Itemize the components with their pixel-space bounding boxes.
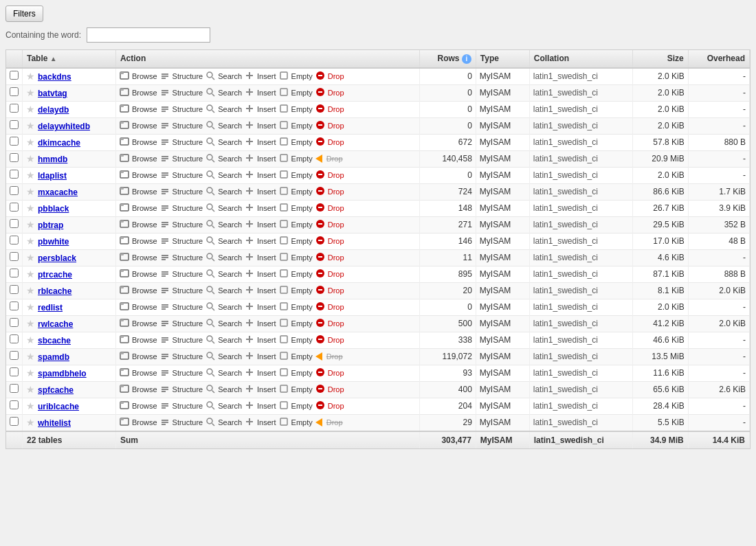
browse-link[interactable]: Browse — [131, 385, 158, 394]
star-icon[interactable]: ★ — [26, 367, 35, 378]
rows-info-icon[interactable]: i — [462, 54, 471, 64]
search-link[interactable]: Search — [217, 220, 243, 229]
search-link[interactable]: Search — [217, 286, 243, 295]
structure-link[interactable]: Structure — [172, 187, 204, 196]
insert-link[interactable]: Insert — [256, 369, 277, 377]
row-select-checkbox[interactable] — [10, 367, 19, 376]
structure-link[interactable]: Structure — [172, 237, 204, 245]
empty-link[interactable]: Empty — [291, 220, 313, 229]
structure-link[interactable]: Structure — [172, 303, 204, 311]
row-select-checkbox[interactable] — [10, 269, 19, 277]
star-icon[interactable]: ★ — [26, 170, 35, 181]
empty-link[interactable]: Empty — [291, 253, 313, 262]
drop-link[interactable]: Drop — [327, 286, 345, 295]
star-icon[interactable]: ★ — [26, 71, 35, 82]
star-icon[interactable]: ★ — [26, 285, 35, 296]
structure-link[interactable]: Structure — [172, 253, 204, 262]
star-icon[interactable]: ★ — [26, 219, 35, 230]
table-name-link[interactable]: dkimcache — [38, 138, 80, 148]
insert-link[interactable]: Insert — [256, 171, 277, 179]
empty-link[interactable]: Empty — [291, 270, 313, 278]
row-select-checkbox[interactable] — [10, 400, 19, 409]
drop-link[interactable]: Drop — [327, 402, 345, 410]
row-select-checkbox[interactable] — [10, 219, 19, 228]
empty-link[interactable]: Empty — [291, 402, 313, 410]
table-name-link[interactable]: sbcache — [38, 336, 71, 345]
drop-link[interactable]: Drop — [327, 303, 345, 311]
drop-link[interactable]: Drop — [327, 237, 345, 245]
search-link[interactable]: Search — [217, 303, 243, 311]
table-name-link[interactable]: spamdb — [38, 352, 69, 362]
search-link[interactable]: Search — [217, 369, 243, 377]
browse-link[interactable]: Browse — [131, 369, 158, 377]
structure-link[interactable]: Structure — [172, 402, 204, 410]
structure-link[interactable]: Structure — [172, 89, 204, 97]
row-select-checkbox[interactable] — [10, 417, 19, 426]
structure-link[interactable]: Structure — [172, 171, 204, 179]
star-icon[interactable]: ★ — [26, 236, 35, 247]
row-select-checkbox[interactable] — [10, 285, 19, 294]
search-link[interactable]: Search — [217, 72, 243, 80]
insert-link[interactable]: Insert — [256, 138, 277, 146]
table-name-link[interactable]: rwlcache — [38, 319, 73, 329]
row-select-checkbox[interactable] — [10, 334, 19, 343]
insert-link[interactable]: Insert — [256, 336, 277, 344]
search-link[interactable]: Search — [217, 237, 243, 245]
star-icon[interactable]: ★ — [26, 104, 35, 115]
browse-link[interactable]: Browse — [131, 187, 158, 196]
row-select-checkbox[interactable] — [10, 137, 19, 146]
row-select-checkbox[interactable] — [10, 104, 19, 113]
table-name-link[interactable]: delaywhitedb — [38, 122, 90, 131]
empty-link[interactable]: Empty — [291, 187, 313, 196]
empty-link[interactable]: Empty — [291, 369, 313, 377]
drop-link[interactable]: Drop — [327, 138, 345, 146]
empty-link[interactable]: Empty — [291, 122, 313, 130]
browse-link[interactable]: Browse — [131, 402, 158, 410]
table-name-link[interactable]: pbtrap — [38, 220, 63, 230]
row-select-checkbox[interactable] — [10, 302, 19, 310]
drop-link[interactable]: Drop — [327, 105, 345, 113]
browse-link[interactable]: Browse — [131, 418, 158, 426]
row-select-checkbox[interactable] — [10, 384, 19, 393]
empty-link[interactable]: Empty — [291, 336, 313, 344]
drop-link[interactable]: Drop — [326, 418, 344, 426]
row-select-checkbox[interactable] — [10, 203, 19, 212]
browse-link[interactable]: Browse — [131, 352, 158, 361]
browse-link[interactable]: Browse — [131, 319, 158, 328]
drop-link[interactable]: Drop — [327, 319, 345, 328]
structure-link[interactable]: Structure — [172, 155, 204, 163]
table-name-link[interactable]: hmmdb — [38, 155, 67, 164]
search-link[interactable]: Search — [217, 385, 243, 394]
row-select-checkbox[interactable] — [10, 120, 19, 129]
table-name-link[interactable]: redlist — [38, 303, 63, 312]
browse-link[interactable]: Browse — [131, 303, 158, 311]
star-icon[interactable]: ★ — [26, 400, 35, 411]
insert-link[interactable]: Insert — [256, 220, 277, 229]
empty-link[interactable]: Empty — [291, 72, 313, 80]
empty-link[interactable]: Empty — [291, 171, 313, 179]
table-name-link[interactable]: uriblcache — [38, 402, 79, 411]
structure-link[interactable]: Structure — [172, 204, 204, 212]
empty-link[interactable]: Empty — [291, 138, 313, 146]
insert-link[interactable]: Insert — [256, 303, 277, 311]
browse-link[interactable]: Browse — [131, 155, 158, 163]
star-icon[interactable]: ★ — [26, 351, 35, 362]
col-table[interactable]: Table ▲ — [23, 50, 116, 68]
search-link[interactable]: Search — [217, 204, 243, 212]
star-icon[interactable]: ★ — [26, 318, 35, 329]
search-link[interactable]: Search — [217, 270, 243, 278]
search-link[interactable]: Search — [217, 253, 243, 262]
drop-link[interactable]: Drop — [327, 270, 345, 278]
empty-link[interactable]: Empty — [291, 385, 313, 394]
star-icon[interactable]: ★ — [26, 120, 35, 131]
browse-link[interactable]: Browse — [131, 89, 158, 97]
structure-link[interactable]: Structure — [172, 270, 204, 278]
empty-link[interactable]: Empty — [291, 89, 313, 97]
star-icon[interactable]: ★ — [26, 334, 35, 345]
table-name-link[interactable]: rblcache — [38, 286, 71, 296]
row-select-checkbox[interactable] — [10, 153, 19, 162]
browse-link[interactable]: Browse — [131, 220, 158, 229]
insert-link[interactable]: Insert — [256, 286, 277, 295]
structure-link[interactable]: Structure — [172, 105, 204, 113]
search-link[interactable]: Search — [217, 105, 243, 113]
